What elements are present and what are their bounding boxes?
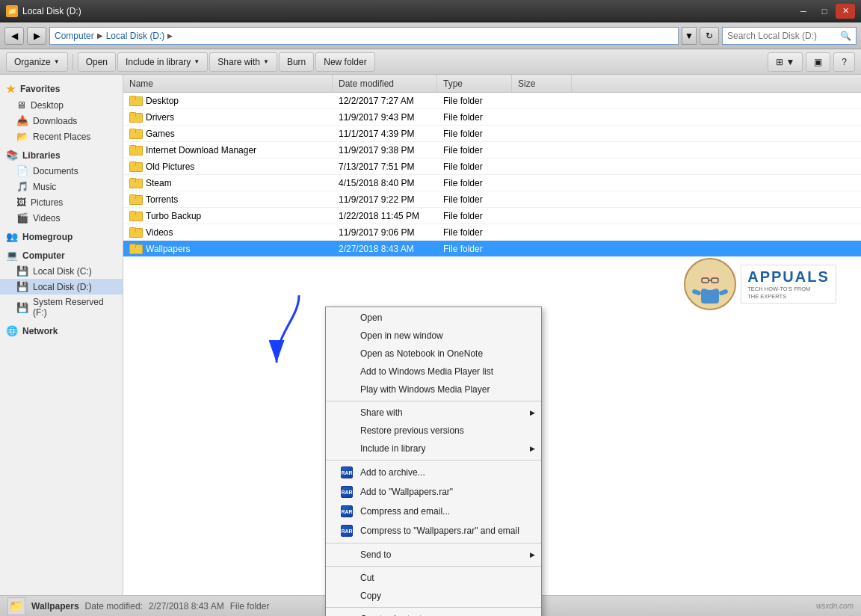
file-name-cell: Desktop xyxy=(123,96,333,106)
context-menu-item[interactable]: RARCompress to "Wallpapers.rar" and emai… xyxy=(326,521,541,540)
file-name-cell: Drivers xyxy=(123,112,333,123)
appuals-logo: APPUALS TECH HOW-TO'S FROMTHE EXPERTS xyxy=(689,239,831,329)
toolbar: Organize ▼ Open Include in library ▼ Sha… xyxy=(0,49,861,75)
recent-icon: 📂 xyxy=(16,131,28,142)
view-options-button[interactable]: ⊞ ▼ xyxy=(768,52,803,72)
context-menu-item[interactable]: Play with Windows Media Player xyxy=(326,381,541,398)
file-list-header: Name Date modified Type Size xyxy=(123,75,861,93)
sidebar-item-pictures[interactable]: 🖼 Pictures xyxy=(0,194,123,210)
file-type-cell: File folder xyxy=(437,161,512,172)
sidebar-item-d-drive[interactable]: 💾 Local Disk (D:) xyxy=(0,279,123,295)
include-in-library-button[interactable]: Include in library ▼ xyxy=(117,52,208,72)
svg-rect-6 xyxy=(692,289,702,296)
sidebar-item-documents[interactable]: 📄 Documents xyxy=(0,163,123,179)
sidebar-item-downloads[interactable]: 📥 Downloads xyxy=(0,113,123,129)
sidebar-item-f-drive[interactable]: 💾 System Reserved (F:) xyxy=(0,295,123,320)
table-row[interactable]: Turbo Backup 1/22/2018 11:45 PM File fol… xyxy=(123,208,861,224)
address-path[interactable]: Computer ▶ Local Disk (D:) ▶ xyxy=(49,27,679,45)
network-icon: 🌐 xyxy=(6,325,18,336)
libraries-header[interactable]: 📚 Libraries xyxy=(0,147,123,163)
sidebar-item-recent[interactable]: 📂 Recent Places xyxy=(0,129,123,144)
computer-header[interactable]: 💻 Computer xyxy=(0,247,123,263)
table-row[interactable]: Steam 4/15/2018 8:40 PM File folder xyxy=(123,175,861,191)
context-menu-item[interactable]: Include in library xyxy=(326,440,541,458)
table-row[interactable]: Torrents 11/9/2017 9:22 PM File folder xyxy=(123,191,861,208)
sidebar-item-videos[interactable]: 🎬 Videos xyxy=(0,210,123,226)
path-item-disk[interactable]: Local Disk (D:) xyxy=(106,31,165,41)
minimize-button[interactable]: ─ xyxy=(794,4,813,19)
context-menu-item[interactable]: Open xyxy=(326,309,541,327)
status-folder-name: Wallpapers xyxy=(31,601,79,612)
sidebar-item-desktop[interactable]: 🖥 Desktop xyxy=(0,97,123,113)
search-box[interactable]: 🔍 xyxy=(722,27,857,45)
homegroup-section: 👥 Homegroup xyxy=(0,229,123,244)
file-date-cell: 12/2/2017 7:27 AM xyxy=(333,96,437,106)
context-menu-separator xyxy=(326,566,541,567)
file-type-cell: File folder xyxy=(437,112,512,123)
context-menu-item[interactable]: RARCompress and email... xyxy=(326,502,541,521)
table-row[interactable]: Internet Download Manager 11/9/2017 9:38… xyxy=(123,142,861,158)
burn-button[interactable]: Burn xyxy=(279,52,314,72)
context-menu-item[interactable]: Share with xyxy=(326,404,541,422)
ctx-item-label: Send to xyxy=(360,549,391,560)
context-menu-item[interactable]: Add to Windows Media Player list xyxy=(326,363,541,381)
forward-button[interactable]: ▶ xyxy=(27,27,46,45)
preview-pane-button[interactable]: ▣ xyxy=(806,52,830,72)
path-dropdown-arrow[interactable]: ▶ xyxy=(167,32,173,40)
refresh-button[interactable]: ↻ xyxy=(700,27,719,45)
maximize-button[interactable]: □ xyxy=(815,4,834,19)
back-button[interactable]: ◀ xyxy=(4,27,24,45)
context-menu-separator xyxy=(326,607,541,608)
folder-icon xyxy=(129,178,141,188)
file-type-cell: File folder xyxy=(437,244,512,254)
help-button[interactable]: ? xyxy=(833,52,855,72)
file-name-cell: Steam xyxy=(123,178,333,188)
context-menu-item[interactable]: Send to xyxy=(326,546,541,564)
close-button[interactable]: ✕ xyxy=(836,4,855,19)
network-header[interactable]: 🌐 Network xyxy=(0,323,123,339)
table-row[interactable]: Games 11/1/2017 4:39 PM File folder xyxy=(123,126,861,142)
address-bar: ◀ ▶ Computer ▶ Local Disk (D:) ▶ ▼ ↻ 🔍 xyxy=(0,22,861,49)
ctx-item-label: Play with Windows Media Player xyxy=(360,384,490,395)
search-icon[interactable]: 🔍 xyxy=(840,31,851,41)
table-row[interactable]: Desktop 12/2/2017 7:27 AM File folder xyxy=(123,93,861,109)
organize-button[interactable]: Organize ▼ xyxy=(6,52,68,72)
ctx-item-label: Open as Notebook in OneNote xyxy=(360,348,483,359)
context-menu-item[interactable]: RARAdd to "Wallpapers.rar" xyxy=(326,482,541,502)
context-menu-item[interactable]: Open in new window xyxy=(326,327,541,345)
context-menu-item[interactable]: RARAdd to archive... xyxy=(326,463,541,482)
sidebar-item-c-drive[interactable]: 💾 Local Disk (C:) xyxy=(0,263,123,279)
table-row[interactable]: Videos 11/9/2017 9:06 PM File folder xyxy=(123,224,861,241)
folder-icon xyxy=(129,112,141,123)
search-input[interactable] xyxy=(727,31,837,41)
context-menu-item[interactable]: Create shortcut xyxy=(326,610,541,616)
context-menu-item[interactable]: Restore previous versions xyxy=(326,422,541,440)
col-header-type[interactable]: Type xyxy=(437,75,512,92)
col-header-date[interactable]: Date modified xyxy=(333,75,437,92)
share-dropdown-arrow: ▼ xyxy=(263,58,269,65)
computer-icon: 💻 xyxy=(6,250,18,261)
context-menu-item[interactable]: Copy xyxy=(326,587,541,605)
table-row[interactable]: Drivers 11/9/2017 9:43 PM File folder xyxy=(123,109,861,126)
path-item-computer[interactable]: Computer xyxy=(55,31,94,41)
file-name-cell: Videos xyxy=(123,227,333,238)
open-button[interactable]: Open xyxy=(78,52,116,72)
sidebar-item-music[interactable]: 🎵 Music xyxy=(0,179,123,194)
table-row[interactable]: Old Pictures 7/13/2017 7:51 PM File fold… xyxy=(123,158,861,175)
address-dropdown[interactable]: ▼ xyxy=(682,27,697,45)
main-container: ★ Favorites 🖥 Desktop 📥 Downloads 📂 Rece… xyxy=(0,75,861,595)
favorites-header[interactable]: ★ Favorites xyxy=(0,81,123,97)
rar-icon: RAR xyxy=(341,505,357,517)
folder-icon xyxy=(129,194,141,205)
col-header-name[interactable]: Name xyxy=(123,75,333,92)
context-menu-item[interactable]: Cut xyxy=(326,569,541,587)
context-menu-item[interactable]: Open as Notebook in OneNote xyxy=(326,345,541,363)
context-menu-separator xyxy=(326,401,541,401)
toolbar-right: ⊞ ▼ ▣ ? xyxy=(768,52,855,72)
ctx-item-label: Cut xyxy=(360,573,374,583)
new-folder-button[interactable]: New folder xyxy=(315,52,374,72)
share-with-button[interactable]: Share with ▼ xyxy=(209,52,277,72)
homegroup-header[interactable]: 👥 Homegroup xyxy=(0,229,123,244)
toolbar-sep-1 xyxy=(72,54,73,70)
col-header-size[interactable]: Size xyxy=(512,75,572,92)
